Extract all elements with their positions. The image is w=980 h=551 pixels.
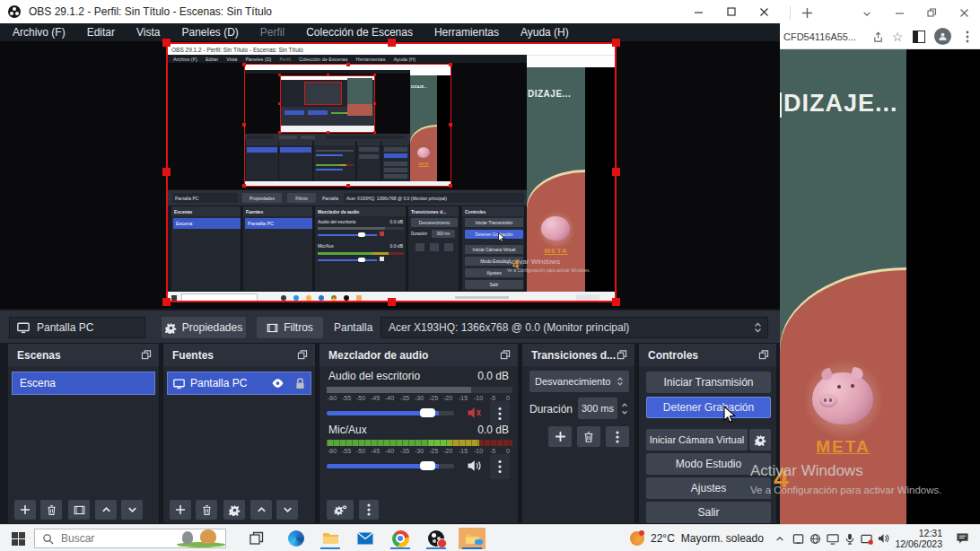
duration-stepper[interactable] <box>619 398 630 419</box>
filters-button[interactable]: Filtros <box>257 317 323 338</box>
tray-microphone-icon[interactable] <box>841 528 858 549</box>
mail-icon[interactable] <box>354 528 376 549</box>
mini2-obs-window <box>245 65 410 181</box>
tray-tablet-icon[interactable] <box>790 528 807 549</box>
selection-handle[interactable] <box>388 39 396 47</box>
dock-popout-icon[interactable] <box>297 350 308 360</box>
source-toolbar-item[interactable]: Pantalla PC <box>9 317 145 338</box>
scene-up-button[interactable] <box>95 500 117 520</box>
new-tab-button[interactable] <box>798 4 816 22</box>
transition-menu-button[interactable] <box>606 426 629 447</box>
tray-volume-icon[interactable] <box>875 528 892 549</box>
taskbar-weather[interactable]: 22°C Mayorm. soleado <box>630 525 764 551</box>
duration-spinbox[interactable]: 300 ms <box>578 398 617 419</box>
channel1-mute-icon[interactable] <box>467 406 482 420</box>
scene-down-button[interactable] <box>121 500 143 520</box>
add-scene-button[interactable] <box>14 500 36 520</box>
dock-popout-icon[interactable] <box>500 350 511 360</box>
source-down-button[interactable] <box>276 500 298 520</box>
obs-taskbar-icon[interactable] <box>425 528 447 549</box>
source-up-button[interactable] <box>250 500 272 520</box>
channel2-slider-handle[interactable] <box>420 461 435 470</box>
dock-popout-icon[interactable] <box>758 350 769 360</box>
start-streaming-button[interactable]: Iniciar Transmisión <box>646 372 771 393</box>
remove-transition-button[interactable] <box>577 426 600 447</box>
browser-close-button[interactable] <box>954 4 974 22</box>
dock-popout-icon[interactable] <box>617 350 627 360</box>
tray-display-icon[interactable] <box>824 528 841 549</box>
menu-archivo[interactable]: Archivo (F) <box>13 26 66 39</box>
menu-paneles[interactable]: Paneles (D) <box>182 26 239 39</box>
selection-handle[interactable] <box>612 298 620 306</box>
menu-coleccion-escenas[interactable]: Colección de Escenas <box>306 26 413 39</box>
source-item[interactable]: Pantalla PC <box>167 372 311 395</box>
stop-recording-button[interactable]: Detener Grabación <box>646 397 771 418</box>
start-button[interactable] <box>7 528 29 549</box>
browser-restore-button[interactable] <box>922 4 941 22</box>
selection-handle[interactable] <box>612 168 620 176</box>
virtual-camera-settings-button[interactable] <box>749 429 771 450</box>
channel2-speaker-icon[interactable] <box>467 459 482 473</box>
browser-minimize-button[interactable] <box>889 4 909 22</box>
advanced-audio-button[interactable] <box>327 500 354 520</box>
remove-scene-button[interactable] <box>40 500 62 520</box>
obs-minimize-button[interactable] <box>682 0 714 23</box>
tray-network-icon[interactable] <box>807 528 824 549</box>
side-panel-icon[interactable] <box>913 31 925 43</box>
active-folder-app-icon[interactable] <box>459 528 486 549</box>
screen-select[interactable]: Acer X193HQ: 1366x768 @ 0.0 (Monitor pri… <box>381 317 768 338</box>
scene-filters-button[interactable] <box>68 500 90 520</box>
visibility-eye-icon[interactable] <box>271 378 284 389</box>
share-icon[interactable] <box>870 29 886 45</box>
remove-source-button[interactable] <box>196 500 217 520</box>
add-source-button[interactable] <box>170 500 191 520</box>
tray-chevron-icon[interactable] <box>772 528 788 549</box>
transitions-dock: Transiciones d... Desvanecimiento Duraci… <box>521 343 635 524</box>
address-bar-text[interactable]: CFD54116A55... <box>783 31 856 42</box>
menu-editar[interactable]: Editar <box>87 26 115 39</box>
lock-icon[interactable] <box>295 378 305 389</box>
menu-ayuda[interactable]: Ayuda (H) <box>521 26 569 39</box>
selection-handle[interactable] <box>388 298 396 306</box>
selection-handle[interactable] <box>162 168 171 176</box>
menu-herramientas[interactable]: Herramientas <box>434 26 499 39</box>
tray-capture-icon[interactable] <box>858 528 875 549</box>
mini-slide-heading: DIZAJE... <box>528 89 571 99</box>
profile-avatar[interactable] <box>934 28 951 45</box>
add-transition-button[interactable] <box>548 426 572 447</box>
properties-button[interactable]: Propiedades <box>162 317 246 338</box>
file-explorer-icon[interactable] <box>319 528 341 549</box>
obs-titlebar[interactable]: OBS 29.1.2 - Perfil: Sin Título - Escena… <box>0 0 780 23</box>
chrome-icon[interactable] <box>389 528 411 549</box>
menu-vista[interactable]: Vista <box>136 26 160 39</box>
selection-handle[interactable] <box>162 298 171 306</box>
channel1-slider-handle[interactable] <box>420 408 435 417</box>
task-view-button[interactable] <box>246 528 267 549</box>
channel2-menu-button[interactable] <box>490 454 510 479</box>
selection-handle[interactable] <box>612 39 620 47</box>
search-input[interactable] <box>59 531 162 546</box>
dock-popout-icon[interactable] <box>141 350 152 360</box>
exit-button[interactable]: Salir <box>646 502 771 523</box>
virtual-camera-button[interactable]: Iniciar Cámara Virtual <box>646 429 748 450</box>
edge-icon[interactable] <box>285 528 307 549</box>
channel1-menu-button[interactable] <box>490 401 510 426</box>
bookmark-star-icon[interactable]: ☆ <box>889 29 906 45</box>
channel2-level: 0.0 dB <box>477 424 509 436</box>
notification-center-icon[interactable] <box>951 528 973 549</box>
menu-perfil[interactable]: Perfil <box>260 26 284 39</box>
source-properties-button[interactable] <box>223 500 245 520</box>
mini2-dock <box>279 141 312 181</box>
selection-handle[interactable] <box>162 39 171 47</box>
tab-search-icon[interactable] <box>859 5 875 22</box>
obs-maximize-button[interactable] <box>715 0 748 23</box>
transition-select[interactable]: Desvanecimiento <box>529 371 629 392</box>
obs-close-button[interactable] <box>748 0 780 23</box>
taskbar-search-box[interactable] <box>34 529 226 548</box>
scene-preview-selection[interactable]: OBS 29.1.2 - Perfil: Sin Título - Escena… <box>166 42 617 302</box>
taskbar-clock[interactable]: 12:31 12/06/2023 <box>896 527 942 550</box>
mixer-menu-button[interactable] <box>359 500 379 520</box>
scene-item[interactable]: Escena <box>12 372 155 395</box>
browser-menu-icon[interactable] <box>959 29 976 45</box>
scenes-dock: Escenas Escena <box>7 343 160 524</box>
